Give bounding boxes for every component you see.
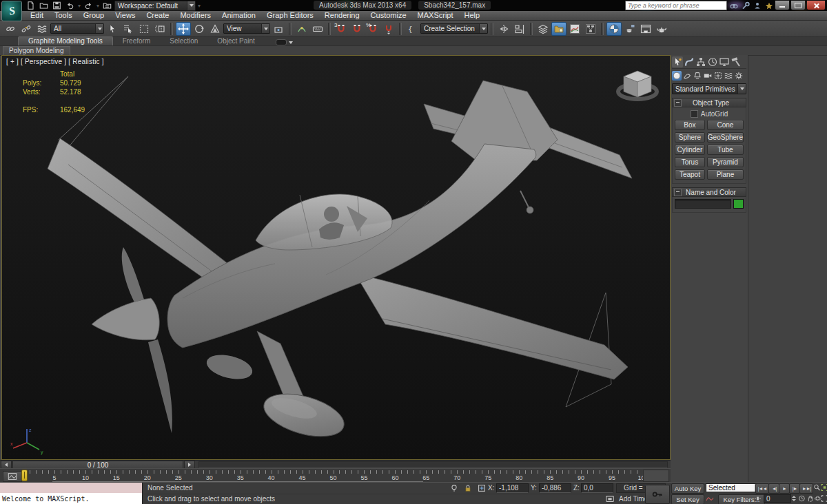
undo-button[interactable] xyxy=(64,1,76,10)
tab-selection[interactable]: Selection xyxy=(160,37,207,45)
box-button[interactable]: Box xyxy=(675,120,705,130)
menu-help[interactable]: Help xyxy=(459,11,486,20)
select-and-move-button[interactable] xyxy=(176,22,191,36)
tube-button[interactable]: Tube xyxy=(707,145,744,155)
search-icon[interactable] xyxy=(729,1,739,10)
category-space-warps[interactable] xyxy=(724,71,733,81)
play-button[interactable]: ► xyxy=(779,483,790,494)
snaps-toggle-button[interactable]: 3 xyxy=(334,22,349,36)
name-and-color-header[interactable]: Name and Color xyxy=(672,187,746,197)
use-pivot-point-center-button[interactable] xyxy=(271,22,286,36)
key-mode-toggle[interactable] xyxy=(754,494,762,503)
close-button[interactable] xyxy=(806,0,826,10)
go-to-end-button[interactable]: ►►| xyxy=(799,483,813,494)
propeller-blade-lower[interactable] xyxy=(148,339,172,433)
selection-filter-dropdown[interactable]: All xyxy=(50,23,104,34)
category-geometry[interactable] xyxy=(672,71,682,81)
tab-hierarchy[interactable] xyxy=(695,56,706,67)
bind-to-space-warp-button[interactable] xyxy=(34,22,50,36)
time-configuration-icon[interactable] xyxy=(798,494,806,503)
cylinder-button[interactable]: Cylinder xyxy=(675,145,705,155)
y-coord-field[interactable]: -0,886 xyxy=(539,483,571,493)
wing-right[interactable] xyxy=(355,273,628,379)
edit-named-selection-sets-button[interactable]: { } xyxy=(405,22,420,36)
percent-snap-toggle-button[interactable]: % xyxy=(365,22,380,36)
ribbon-minimize-toggle[interactable] xyxy=(276,39,293,45)
category-lights[interactable] xyxy=(693,71,702,81)
menu-maxscript[interactable]: MAXScript xyxy=(412,11,459,20)
layer-manager-button[interactable] xyxy=(535,22,551,36)
current-frame-field[interactable]: 0 xyxy=(764,494,791,503)
app-logo-button[interactable]: S xyxy=(1,1,22,21)
selection-lock-icon[interactable] xyxy=(463,483,473,493)
menu-rendering[interactable]: Rendering xyxy=(319,11,365,20)
workspace-dropdown[interactable]: Workspace: Default xyxy=(114,1,196,11)
sign-in-icon[interactable] xyxy=(753,1,762,10)
auto-key-button[interactable]: Auto Key xyxy=(671,483,704,494)
select-object-button[interactable] xyxy=(105,22,120,36)
tab-freeform[interactable]: Freeform xyxy=(113,37,161,45)
sphere-button[interactable]: Sphere xyxy=(675,132,705,143)
select-and-rotate-button[interactable] xyxy=(192,22,207,36)
menu-graph-editors[interactable]: Graph Editors xyxy=(261,11,319,20)
time-slider-track[interactable] xyxy=(198,461,668,468)
subscription-icon[interactable] xyxy=(741,1,751,10)
object-name-field[interactable] xyxy=(675,199,731,209)
primitive-category-dropdown[interactable]: Standard Primitives xyxy=(672,83,746,94)
communicator-icon[interactable] xyxy=(605,494,615,504)
new-file-button[interactable] xyxy=(25,1,37,10)
wheel-pant-far[interactable] xyxy=(204,350,255,384)
timeline-ruler[interactable]: 5101520253035404550556065707580859095100 xyxy=(0,469,671,483)
qat-overflow-icon[interactable]: ▾ xyxy=(198,3,201,9)
tab-display[interactable] xyxy=(719,56,730,67)
render-setup-button[interactable] xyxy=(622,22,637,36)
save-file-button[interactable] xyxy=(51,1,63,10)
absolute-mode-icon[interactable] xyxy=(477,483,487,493)
unlink-selection-button[interactable] xyxy=(19,22,34,36)
pan-icon[interactable] xyxy=(806,494,814,503)
menu-modifiers[interactable]: Modifiers xyxy=(174,11,216,20)
menu-views[interactable]: Views xyxy=(110,11,141,20)
z-coord-field[interactable]: 0,0 xyxy=(581,483,613,493)
curve-editor-button[interactable] xyxy=(567,22,582,36)
menu-customize[interactable]: Customize xyxy=(365,11,412,20)
listener-line[interactable]: Welcome to MAXScript. xyxy=(0,494,142,504)
material-editor-button[interactable] xyxy=(606,22,622,36)
plane-button[interactable]: Plane xyxy=(707,169,744,180)
select-and-manipulate-button[interactable] xyxy=(294,22,309,36)
pyramid-button[interactable]: Pyramid xyxy=(707,157,744,167)
airplane-model[interactable] xyxy=(2,56,670,459)
rendered-frame-window-button[interactable] xyxy=(638,22,653,36)
torus-button[interactable]: Torus xyxy=(675,157,705,167)
select-by-name-button[interactable] xyxy=(121,22,136,36)
project-folder-button[interactable] xyxy=(101,1,113,10)
autogrid-checkbox[interactable] xyxy=(691,110,698,118)
category-cameras[interactable] xyxy=(703,71,713,81)
object-type-header[interactable]: Object Type xyxy=(672,98,746,107)
category-shapes[interactable] xyxy=(682,71,692,81)
time-marker[interactable] xyxy=(21,470,28,481)
keyboard-shortcut-override-button[interactable] xyxy=(310,22,325,36)
maximize-viewport-icon[interactable] xyxy=(821,494,827,503)
cone-button[interactable]: Cone xyxy=(707,120,744,130)
select-and-link-button[interactable] xyxy=(3,22,18,36)
align-button[interactable] xyxy=(512,22,527,36)
zoom-icon[interactable] xyxy=(813,483,821,492)
track-bar[interactable]: 5101520253035404550556065707580859095100 xyxy=(0,468,671,483)
tab-motion[interactable] xyxy=(707,56,718,67)
go-to-start-button[interactable]: |◄◄ xyxy=(755,483,769,494)
select-and-scale-button[interactable] xyxy=(207,22,223,36)
isolate-selection-icon[interactable] xyxy=(449,483,459,493)
propeller-blade-upper[interactable] xyxy=(122,247,144,302)
menu-create[interactable]: Create xyxy=(141,11,174,20)
geosphere-button[interactable]: GeoSphere xyxy=(707,132,744,143)
category-helpers[interactable] xyxy=(713,71,723,81)
macro-recorder-line[interactable] xyxy=(0,483,142,494)
window-crossing-toggle[interactable] xyxy=(152,22,167,36)
render-production-button[interactable] xyxy=(654,22,669,36)
maxscript-mini-listener[interactable]: Welcome to MAXScript. xyxy=(0,483,143,504)
maximize-button[interactable] xyxy=(790,0,806,10)
named-selection-set-dropdown[interactable]: Create Selection Set xyxy=(420,23,488,34)
menu-group[interactable]: Group xyxy=(78,11,110,20)
tab-object-paint[interactable]: Object Paint xyxy=(207,37,264,45)
